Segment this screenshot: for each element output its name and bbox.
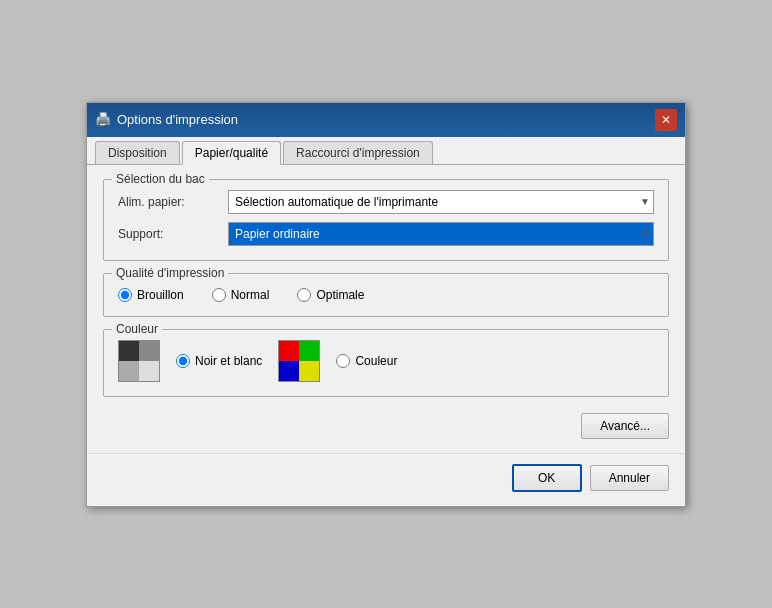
bw-preview-icon <box>118 340 160 382</box>
support-label: Support: <box>118 227 228 241</box>
alim-papier-row: Alim. papier: Sélection automatique de l… <box>118 190 654 214</box>
color-cell-green <box>299 341 319 361</box>
section-selection-bac: Sélection du bac Alim. papier: Sélection… <box>103 179 669 261</box>
title-bar: 🖨️ Options d'impression ✕ <box>87 103 685 137</box>
alim-papier-select[interactable]: Sélection automatique de l'imprimante <box>228 190 654 214</box>
tab-raccourci[interactable]: Raccourci d'impression <box>283 141 433 164</box>
dialog-footer: OK Annuler <box>87 453 685 506</box>
bw-cell-white <box>139 361 159 381</box>
radio-noir-blanc-label: Noir et blanc <box>195 354 262 368</box>
print-options-dialog: 🖨️ Options d'impression ✕ Disposition Pa… <box>86 102 686 507</box>
radio-normal[interactable]: Normal <box>212 288 270 302</box>
tabs-bar: Disposition Papier/qualité Raccourci d'i… <box>87 137 685 165</box>
support-select[interactable]: Papier ordinaire <box>228 222 654 246</box>
radio-couleur-input[interactable] <box>336 354 350 368</box>
radio-optimale[interactable]: Optimale <box>297 288 364 302</box>
radio-brouillon[interactable]: Brouillon <box>118 288 184 302</box>
section-bac-legend: Sélection du bac <box>112 172 209 186</box>
radio-noir-blanc[interactable]: Noir et blanc <box>176 354 262 368</box>
bw-cell-gray1 <box>139 341 159 361</box>
radio-normal-input[interactable] <box>212 288 226 302</box>
section-couleur: Couleur Noir et blanc <box>103 329 669 397</box>
radio-normal-label: Normal <box>231 288 270 302</box>
radio-optimale-label: Optimale <box>316 288 364 302</box>
bw-cell-gray2 <box>119 361 139 381</box>
section-qualite: Qualité d'impression Brouillon Normal Op… <box>103 273 669 317</box>
section-couleur-legend: Couleur <box>112 322 162 336</box>
printer-icon: 🖨️ <box>95 112 111 128</box>
radio-couleur[interactable]: Couleur <box>336 354 397 368</box>
title-bar-left: 🖨️ Options d'impression <box>95 112 238 128</box>
qualite-radio-group: Brouillon Normal Optimale <box>118 284 654 302</box>
radio-brouillon-input[interactable] <box>118 288 132 302</box>
cancel-button[interactable]: Annuler <box>590 465 669 491</box>
color-preview-icon <box>278 340 320 382</box>
bw-cell-black <box>119 341 139 361</box>
ok-button[interactable]: OK <box>512 464 582 492</box>
dialog-title: Options d'impression <box>117 112 238 127</box>
advanced-button[interactable]: Avancé... <box>581 413 669 439</box>
support-row: Support: Papier ordinaire ▼ <box>118 222 654 246</box>
close-button[interactable]: ✕ <box>655 109 677 131</box>
radio-optimale-input[interactable] <box>297 288 311 302</box>
dialog-body: Sélection du bac Alim. papier: Sélection… <box>87 165 685 453</box>
color-cell-red <box>279 341 299 361</box>
radio-brouillon-label: Brouillon <box>137 288 184 302</box>
radio-noir-blanc-input[interactable] <box>176 354 190 368</box>
tab-disposition[interactable]: Disposition <box>95 141 180 164</box>
tab-papier-qualite[interactable]: Papier/qualité <box>182 141 281 165</box>
color-cell-blue <box>279 361 299 381</box>
section-qualite-legend: Qualité d'impression <box>112 266 228 280</box>
radio-couleur-label: Couleur <box>355 354 397 368</box>
advanced-row: Avancé... <box>103 409 669 439</box>
alim-papier-select-wrapper[interactable]: Sélection automatique de l'imprimante ▼ <box>228 190 654 214</box>
color-row: Noir et blanc Couleur <box>118 340 654 382</box>
color-cell-yellow <box>299 361 319 381</box>
support-select-wrapper[interactable]: Papier ordinaire ▼ <box>228 222 654 246</box>
alim-papier-label: Alim. papier: <box>118 195 228 209</box>
